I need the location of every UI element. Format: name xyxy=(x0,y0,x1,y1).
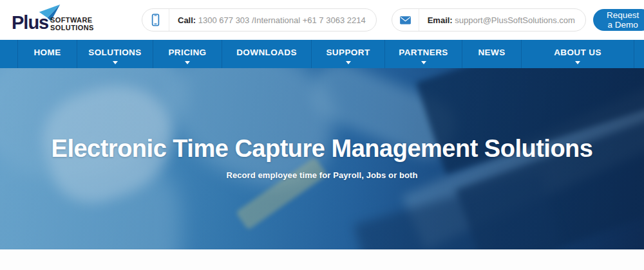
nav-label: SOLUTIONS xyxy=(88,48,141,57)
logo[interactable]: Plus SOFTWARE SOLUTIONS xyxy=(9,4,106,36)
hero-subtitle: Record employee time for Payroll, Jobs o… xyxy=(0,170,644,180)
nav-label: SUPPORT xyxy=(326,48,370,57)
email-text: Email: support@PlusSoftSolutions.com xyxy=(419,15,585,25)
nav-item-support[interactable]: SUPPORT xyxy=(312,40,385,68)
phone-label: Call: xyxy=(178,15,196,25)
chevron-down-icon xyxy=(185,61,190,64)
main-nav: HOME SOLUTIONS PRICING DOWNLOADS SUPPORT… xyxy=(0,40,644,68)
top-bar: Plus SOFTWARE SOLUTIONS Call: 1300 677 3… xyxy=(0,0,644,40)
nav-item-about-us[interactable]: ABOUT US xyxy=(522,40,634,68)
nav-label: PARTNERS xyxy=(399,48,448,57)
request-demo-button[interactable]: Request a Demo xyxy=(593,9,644,31)
nav-label: PRICING xyxy=(168,48,206,57)
mobile-phone-icon xyxy=(142,9,169,31)
nav-left-spacer xyxy=(0,40,18,68)
hero-text-block: Electronic Time Capture Management Solut… xyxy=(0,134,644,180)
nav-item-home[interactable]: HOME xyxy=(18,40,77,68)
nav-label: ABOUT US xyxy=(554,48,601,57)
nav-item-partners[interactable]: PARTNERS xyxy=(385,40,462,68)
hero-banner: Electronic Time Capture Management Solut… xyxy=(0,68,644,249)
envelope-icon xyxy=(392,9,419,31)
hero-title: Electronic Time Capture Management Solut… xyxy=(0,134,644,163)
chevron-down-icon xyxy=(113,61,118,64)
logo-tagline-line2: SOLUTIONS xyxy=(50,24,94,32)
nav-label: HOME xyxy=(33,48,61,57)
chevron-down-icon xyxy=(575,61,580,64)
nav-item-downloads[interactable]: DOWNLOADS xyxy=(222,40,312,68)
phone-number: 1300 677 303 /International +61 7 3063 2… xyxy=(198,15,366,25)
phone-contact-pill[interactable]: Call: 1300 677 303 /International +61 7 … xyxy=(142,8,377,32)
logo-tagline: SOFTWARE SOLUTIONS xyxy=(50,17,94,32)
logo-tagline-line1: SOFTWARE xyxy=(50,16,93,24)
logo-wordmark: Plus xyxy=(12,12,48,33)
chevron-down-icon xyxy=(421,61,426,64)
chevron-down-icon xyxy=(346,61,351,64)
nav-item-solutions[interactable]: SOLUTIONS xyxy=(77,40,153,68)
nav-item-news[interactable]: NEWS xyxy=(462,40,522,68)
nav-right-spacer xyxy=(634,40,644,68)
email-label: Email: xyxy=(428,15,453,25)
page-background-below-hero xyxy=(0,249,644,270)
email-contact-pill[interactable]: Email: support@PlusSoftSolutions.com xyxy=(392,8,586,32)
phone-text: Call: 1300 677 303 /International +61 7 … xyxy=(169,15,376,25)
nav-item-pricing[interactable]: PRICING xyxy=(153,40,222,68)
nav-label: DOWNLOADS xyxy=(236,48,297,57)
email-address: support@PlusSoftSolutions.com xyxy=(455,15,575,25)
nav-label: NEWS xyxy=(478,48,505,57)
